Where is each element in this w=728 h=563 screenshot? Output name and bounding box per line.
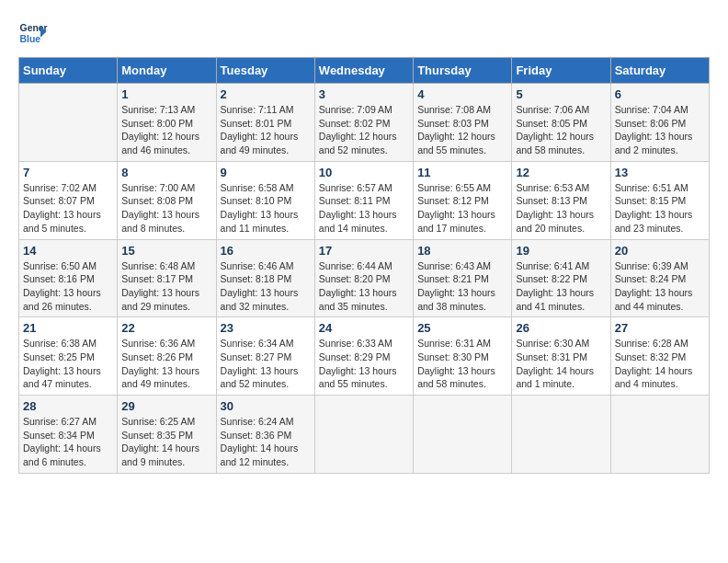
header: General Blue <box>18 18 710 48</box>
day-info: Sunrise: 7:06 AM Sunset: 8:05 PM Dayligh… <box>516 103 606 157</box>
day-info: Sunrise: 6:36 AM Sunset: 8:26 PM Dayligh… <box>121 337 211 391</box>
day-number: 26 <box>516 321 606 335</box>
day-info: Sunrise: 6:39 AM Sunset: 8:24 PM Dayligh… <box>615 259 705 314</box>
day-info: Sunrise: 6:43 AM Sunset: 8:21 PM Dayligh… <box>417 259 507 314</box>
day-info: Sunrise: 6:30 AM Sunset: 8:31 PM Dayligh… <box>516 337 606 391</box>
day-number: 28 <box>23 399 113 413</box>
day-number: 14 <box>23 244 113 258</box>
calendar-cell: 25Sunrise: 6:31 AM Sunset: 8:30 PM Dayli… <box>414 317 512 396</box>
day-info: Sunrise: 7:11 AM Sunset: 8:01 PM Dayligh… <box>221 103 311 157</box>
calendar-cell: 19Sunrise: 6:41 AM Sunset: 8:22 PM Dayli… <box>512 239 610 317</box>
calendar-cell: 7Sunrise: 7:02 AM Sunset: 8:07 PM Daylig… <box>19 161 118 239</box>
calendar-cell: 26Sunrise: 6:30 AM Sunset: 8:31 PM Dayli… <box>512 317 610 396</box>
calendar-cell: 27Sunrise: 6:28 AM Sunset: 8:32 PM Dayli… <box>610 317 709 396</box>
day-info: Sunrise: 7:08 AM Sunset: 8:03 PM Dayligh… <box>417 103 507 157</box>
week-row-1: 7Sunrise: 7:02 AM Sunset: 8:07 PM Daylig… <box>19 161 710 239</box>
week-row-4: 28Sunrise: 6:27 AM Sunset: 8:34 PM Dayli… <box>19 396 710 474</box>
day-number: 30 <box>221 399 311 413</box>
day-number: 15 <box>121 244 211 258</box>
day-number: 21 <box>23 321 113 335</box>
day-info: Sunrise: 6:58 AM Sunset: 8:10 PM Dayligh… <box>221 181 311 236</box>
calendar-cell: 23Sunrise: 6:34 AM Sunset: 8:27 PM Dayli… <box>216 317 314 396</box>
calendar-cell: 30Sunrise: 6:24 AM Sunset: 8:36 PM Dayli… <box>216 396 314 474</box>
day-info: Sunrise: 6:34 AM Sunset: 8:27 PM Dayligh… <box>221 337 311 391</box>
day-info: Sunrise: 7:13 AM Sunset: 8:00 PM Dayligh… <box>121 103 211 157</box>
day-number: 18 <box>417 244 507 258</box>
calendar-cell: 16Sunrise: 6:46 AM Sunset: 8:18 PM Dayli… <box>216 239 314 317</box>
calendar-cell: 13Sunrise: 6:51 AM Sunset: 8:15 PM Dayli… <box>610 161 709 239</box>
day-number: 19 <box>516 244 606 258</box>
day-number: 2 <box>221 87 311 101</box>
header-cell-sunday: Sunday <box>19 58 118 84</box>
day-info: Sunrise: 7:04 AM Sunset: 8:06 PM Dayligh… <box>615 103 705 157</box>
logo: General Blue <box>18 18 51 48</box>
day-info: Sunrise: 6:31 AM Sunset: 8:30 PM Dayligh… <box>417 337 507 391</box>
page-container: General Blue SundayMondayTuesdayWednesda… <box>18 18 710 474</box>
calendar-cell: 10Sunrise: 6:57 AM Sunset: 8:11 PM Dayli… <box>314 161 413 239</box>
calendar-cell: 18Sunrise: 6:43 AM Sunset: 8:21 PM Dayli… <box>414 239 512 317</box>
day-number: 27 <box>615 321 705 335</box>
day-info: Sunrise: 6:33 AM Sunset: 8:29 PM Dayligh… <box>319 337 409 391</box>
day-info: Sunrise: 6:24 AM Sunset: 8:36 PM Dayligh… <box>221 415 311 469</box>
week-row-0: 1Sunrise: 7:13 AM Sunset: 8:00 PM Daylig… <box>19 84 710 162</box>
calendar-cell: 5Sunrise: 7:06 AM Sunset: 8:05 PM Daylig… <box>512 84 610 162</box>
day-info: Sunrise: 6:53 AM Sunset: 8:13 PM Dayligh… <box>516 181 606 236</box>
day-number: 10 <box>319 166 409 179</box>
day-number: 25 <box>417 321 507 335</box>
week-row-3: 21Sunrise: 6:38 AM Sunset: 8:25 PM Dayli… <box>19 317 710 396</box>
header-cell-wednesday: Wednesday <box>314 58 413 84</box>
day-info: Sunrise: 6:38 AM Sunset: 8:25 PM Dayligh… <box>23 337 113 391</box>
calendar-cell: 15Sunrise: 6:48 AM Sunset: 8:17 PM Dayli… <box>118 239 216 317</box>
day-number: 6 <box>615 87 705 101</box>
day-number: 9 <box>221 166 311 179</box>
day-number: 16 <box>221 244 311 258</box>
calendar-cell: 1Sunrise: 7:13 AM Sunset: 8:00 PM Daylig… <box>118 84 216 162</box>
day-info: Sunrise: 6:50 AM Sunset: 8:16 PM Dayligh… <box>23 259 113 314</box>
day-number: 12 <box>516 166 606 179</box>
day-info: Sunrise: 6:51 AM Sunset: 8:15 PM Dayligh… <box>615 181 705 236</box>
day-info: Sunrise: 6:55 AM Sunset: 8:12 PM Dayligh… <box>417 181 507 236</box>
header-cell-thursday: Thursday <box>414 58 512 84</box>
calendar-cell <box>314 396 413 474</box>
day-info: Sunrise: 6:25 AM Sunset: 8:35 PM Dayligh… <box>121 415 211 469</box>
header-cell-monday: Monday <box>118 58 216 84</box>
header-cell-friday: Friday <box>512 58 610 84</box>
calendar-cell: 20Sunrise: 6:39 AM Sunset: 8:24 PM Dayli… <box>610 239 709 317</box>
logo-icon: General Blue <box>18 18 48 48</box>
day-info: Sunrise: 7:00 AM Sunset: 8:08 PM Dayligh… <box>121 181 211 236</box>
calendar-cell: 24Sunrise: 6:33 AM Sunset: 8:29 PM Dayli… <box>314 317 413 396</box>
calendar-cell: 11Sunrise: 6:55 AM Sunset: 8:12 PM Dayli… <box>414 161 512 239</box>
day-info: Sunrise: 6:41 AM Sunset: 8:22 PM Dayligh… <box>516 259 606 314</box>
week-row-2: 14Sunrise: 6:50 AM Sunset: 8:16 PM Dayli… <box>19 239 710 317</box>
calendar-cell <box>610 396 709 474</box>
calendar-cell <box>19 84 118 162</box>
header-cell-saturday: Saturday <box>610 58 709 84</box>
day-number: 3 <box>319 87 409 101</box>
calendar-table: SundayMondayTuesdayWednesdayThursdayFrid… <box>18 57 710 474</box>
calendar-cell: 14Sunrise: 6:50 AM Sunset: 8:16 PM Dayli… <box>19 239 118 317</box>
day-number: 11 <box>417 166 507 179</box>
day-number: 1 <box>121 87 211 101</box>
calendar-header-row: SundayMondayTuesdayWednesdayThursdayFrid… <box>19 58 710 84</box>
calendar-cell <box>414 396 512 474</box>
calendar-cell: 28Sunrise: 6:27 AM Sunset: 8:34 PM Dayli… <box>19 396 118 474</box>
calendar-cell: 29Sunrise: 6:25 AM Sunset: 8:35 PM Dayli… <box>118 396 216 474</box>
calendar-cell: 22Sunrise: 6:36 AM Sunset: 8:26 PM Dayli… <box>118 317 216 396</box>
day-number: 17 <box>319 244 409 258</box>
calendar-cell: 21Sunrise: 6:38 AM Sunset: 8:25 PM Dayli… <box>19 317 118 396</box>
calendar-cell: 8Sunrise: 7:00 AM Sunset: 8:08 PM Daylig… <box>118 161 216 239</box>
day-number: 23 <box>221 321 311 335</box>
day-number: 29 <box>121 399 211 413</box>
day-info: Sunrise: 7:09 AM Sunset: 8:02 PM Dayligh… <box>319 103 409 157</box>
day-number: 4 <box>417 87 507 101</box>
day-info: Sunrise: 7:02 AM Sunset: 8:07 PM Dayligh… <box>23 181 113 236</box>
header-cell-tuesday: Tuesday <box>216 58 314 84</box>
day-number: 24 <box>319 321 409 335</box>
day-number: 22 <box>121 321 211 335</box>
day-info: Sunrise: 6:44 AM Sunset: 8:20 PM Dayligh… <box>319 259 409 314</box>
day-info: Sunrise: 6:28 AM Sunset: 8:32 PM Dayligh… <box>615 337 705 391</box>
calendar-cell: 2Sunrise: 7:11 AM Sunset: 8:01 PM Daylig… <box>216 84 314 162</box>
calendar-cell: 17Sunrise: 6:44 AM Sunset: 8:20 PM Dayli… <box>314 239 413 317</box>
day-number: 20 <box>615 244 705 258</box>
calendar-cell: 4Sunrise: 7:08 AM Sunset: 8:03 PM Daylig… <box>414 84 512 162</box>
